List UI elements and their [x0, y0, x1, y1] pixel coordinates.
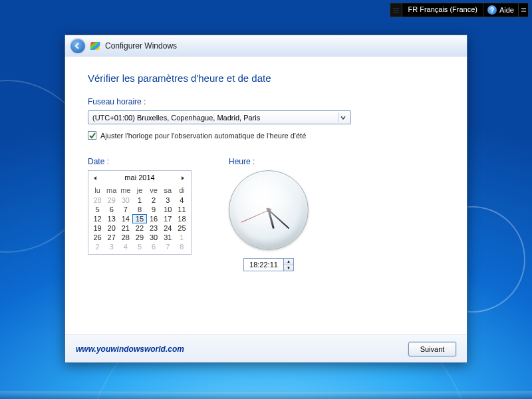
- calendar-day[interactable]: 8: [132, 205, 146, 214]
- wizard-footer: www.youwindowsworld.com Suivant: [65, 334, 467, 362]
- calendar-day[interactable]: 2: [147, 196, 161, 205]
- date-label: Date :: [88, 157, 192, 166]
- calendar-day[interactable]: 18: [175, 214, 189, 223]
- calendar-day[interactable]: 9: [147, 205, 161, 214]
- calendar-day[interactable]: 31: [161, 233, 175, 242]
- timezone-dropdown[interactable]: (UTC+01:00) Bruxelles, Copenhague, Madri…: [88, 110, 351, 124]
- calendar-day[interactable]: 3: [104, 242, 118, 251]
- calendar-day[interactable]: 12: [90, 214, 104, 223]
- calendar-day[interactable]: 30: [118, 196, 132, 205]
- time-label: Heure :: [229, 157, 309, 166]
- calendar-day[interactable]: 11: [175, 205, 189, 214]
- chevron-down-icon: [338, 112, 348, 122]
- calendar-day[interactable]: 28: [118, 233, 132, 242]
- calendar-day[interactable]: 2: [90, 242, 104, 251]
- language-selector[interactable]: FR Français (France): [402, 3, 483, 17]
- setup-wizard-window: Configurer Windows Vérifier les paramètr…: [65, 35, 467, 363]
- ease-of-access-button[interactable]: [519, 3, 528, 17]
- analog-clock: [229, 170, 309, 250]
- windows-logo-icon: [90, 42, 100, 50]
- help-button[interactable]: ? Aide: [483, 3, 519, 17]
- calendar-day[interactable]: 6: [147, 242, 161, 251]
- calendar-day[interactable]: 1: [132, 196, 146, 205]
- calendar-day[interactable]: 20: [104, 223, 118, 233]
- calendar-day[interactable]: 1: [175, 233, 189, 242]
- time-spinner[interactable]: ▲ ▼: [283, 258, 294, 271]
- prev-month-button[interactable]: [92, 174, 99, 181]
- minute-hand: [266, 207, 290, 229]
- keyboard-indicator[interactable]: [390, 3, 402, 17]
- taskbar: [0, 391, 532, 399]
- calendar-day[interactable]: 29: [132, 233, 146, 242]
- calendar-day[interactable]: 25: [175, 223, 189, 233]
- watermark-url: www.youwindowsworld.com: [76, 344, 184, 354]
- window-title: Configurer Windows: [105, 41, 177, 51]
- calendar-day[interactable]: 22: [132, 223, 146, 233]
- timezone-label: Fuseau horaire :: [88, 97, 444, 106]
- hour-hand: [267, 208, 275, 229]
- calendar-day[interactable]: 14: [118, 214, 132, 223]
- calendar-day[interactable]: 5: [90, 205, 104, 214]
- second-hand: [241, 209, 272, 223]
- next-button[interactable]: Suivant: [408, 342, 456, 356]
- help-icon: ?: [487, 5, 497, 15]
- arrow-left-icon: [74, 42, 82, 50]
- calendar-day-header: je: [132, 185, 146, 196]
- calendar-day-header: sa: [161, 185, 175, 196]
- dst-label: Ajuster l'horloge pour l'observation aut…: [100, 132, 306, 140]
- calendar-day[interactable]: 16: [147, 214, 161, 223]
- triangle-right-icon: [180, 176, 186, 181]
- calendar-day[interactable]: 24: [161, 223, 175, 233]
- next-month-button[interactable]: [180, 174, 187, 181]
- check-icon: [89, 132, 96, 139]
- calendar-day[interactable]: 5: [132, 242, 146, 251]
- calendar-day-header: di: [175, 185, 189, 196]
- calendar-day[interactable]: 17: [161, 214, 175, 223]
- calendar-day-header: ve: [147, 185, 161, 196]
- time-down-button[interactable]: ▼: [284, 265, 293, 271]
- calendar-month-label[interactable]: mai 2014: [124, 174, 154, 182]
- page-heading: Vérifier les paramètres d'heure et de da…: [88, 72, 444, 84]
- calendar-day[interactable]: 7: [118, 205, 132, 214]
- calendar-day[interactable]: 6: [104, 205, 118, 214]
- calendar-day[interactable]: 27: [104, 233, 118, 242]
- calendar-day[interactable]: 21: [118, 223, 132, 233]
- calendar-day[interactable]: 8: [175, 242, 189, 251]
- calendar[interactable]: mai 2014 lumamejevesadi28293012345678910…: [88, 170, 192, 255]
- time-up-button[interactable]: ▲: [284, 259, 293, 265]
- calendar-day-header: lu: [90, 185, 104, 196]
- calendar-day-header: ma: [104, 185, 118, 196]
- timezone-value: (UTC+01:00) Bruxelles, Copenhague, Madri…: [92, 114, 260, 122]
- calendar-day[interactable]: 30: [147, 233, 161, 242]
- back-button[interactable]: [70, 39, 85, 53]
- calendar-day-header: me: [118, 185, 132, 196]
- dst-checkbox[interactable]: [88, 131, 96, 140]
- help-label: Aide: [499, 6, 514, 14]
- calendar-day[interactable]: 13: [104, 214, 118, 223]
- calendar-day[interactable]: 28: [90, 196, 104, 205]
- calendar-day[interactable]: 29: [104, 196, 118, 205]
- calendar-day[interactable]: 10: [161, 205, 175, 214]
- calendar-day[interactable]: 3: [161, 196, 175, 205]
- triangle-left-icon: [92, 176, 98, 181]
- calendar-day[interactable]: 4: [118, 242, 132, 251]
- calendar-day[interactable]: 23: [147, 223, 161, 233]
- installer-topbar: FR Français (France) ? Aide: [390, 3, 529, 17]
- calendar-day[interactable]: 19: [90, 223, 104, 233]
- calendar-day[interactable]: 15: [132, 214, 146, 223]
- calendar-day[interactable]: 26: [90, 233, 104, 242]
- time-input[interactable]: [243, 258, 283, 271]
- calendar-day[interactable]: 7: [161, 242, 175, 251]
- titlebar: Configurer Windows: [65, 35, 467, 57]
- calendar-day[interactable]: 4: [175, 196, 189, 205]
